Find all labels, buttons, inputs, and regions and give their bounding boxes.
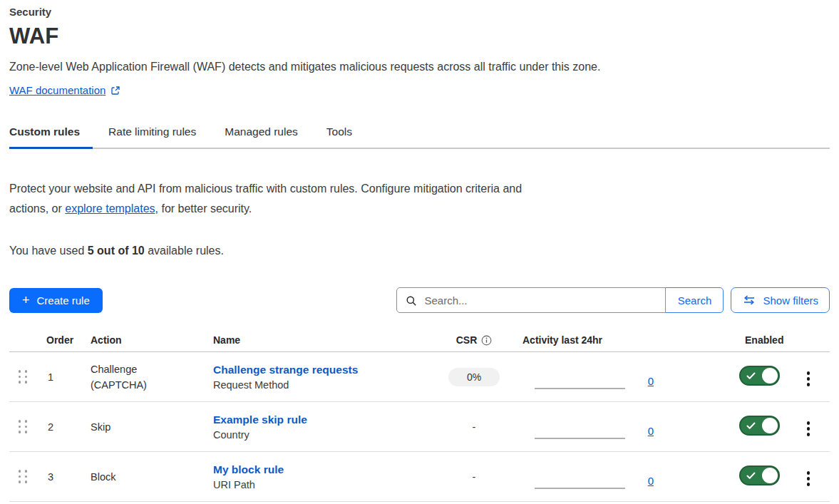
rule-enabled-cell	[659, 366, 787, 389]
usage-text: You have used 5 out of 10 available rule…	[9, 245, 830, 257]
table-row: 2 Skip Example skip rule Country - 0	[9, 402, 830, 452]
kebab-menu-icon[interactable]	[801, 418, 816, 439]
rule-action: Skip	[81, 419, 166, 435]
rule-name-link[interactable]: Challenge strange requests	[213, 364, 358, 376]
show-filters-label: Show filters	[763, 294, 818, 307]
kebab-menu-icon[interactable]	[801, 369, 816, 389]
rule-name-link[interactable]: Example skip rule	[213, 413, 307, 426]
rule-order: 2	[36, 421, 81, 433]
csr-value: 0%	[448, 368, 500, 386]
usage-text-after: available rules.	[145, 245, 224, 257]
activity-sparkline	[535, 388, 625, 389]
enabled-toggle[interactable]	[739, 366, 780, 386]
column-header-enabled: Enabled	[659, 334, 787, 346]
search-icon	[406, 295, 417, 307]
rule-action: Block	[81, 469, 166, 485]
waf-documentation-link[interactable]: WAF documentation	[9, 84, 120, 96]
column-header-action: Action	[81, 334, 203, 346]
create-rule-label: Create rule	[37, 294, 90, 307]
waf-documentation-label: WAF documentation	[9, 84, 105, 96]
rule-match-field: Country	[213, 429, 431, 441]
toggle-knob	[762, 418, 778, 433]
check-icon	[746, 422, 756, 430]
breadcrumb: Security	[9, 6, 830, 18]
search-button[interactable]: Search	[665, 287, 724, 313]
column-header-csr: CSR	[431, 334, 517, 346]
column-header-name: Name	[203, 334, 431, 346]
table-row: 1 Challenge (CAPTCHA) Challenge strange …	[9, 352, 830, 402]
rule-name-link[interactable]: My block rule	[213, 463, 284, 476]
intro-text-after: , for better security.	[155, 202, 252, 215]
check-icon	[746, 472, 756, 480]
table-header-row: Order Action Name CSR Activity last 24hr…	[9, 329, 830, 352]
rule-csr-cell: -	[431, 421, 517, 433]
rule-name-cell: My block rule URI Path	[203, 463, 431, 490]
rule-activity-cell: 0	[517, 402, 659, 451]
create-rule-button[interactable]: + Create rule	[9, 288, 103, 313]
csr-value: -	[473, 471, 476, 483]
csr-header-label: CSR	[456, 334, 478, 346]
intro-text: Protect your website and API from malici…	[9, 179, 537, 219]
activity-count-link[interactable]: 0	[648, 375, 654, 387]
rule-name-cell: Challenge strange requests Request Metho…	[203, 364, 431, 391]
tab-tools[interactable]: Tools	[326, 118, 352, 148]
activity-sparkline	[535, 488, 625, 489]
activity-sparkline	[535, 438, 625, 439]
rule-order: 3	[36, 471, 81, 483]
page-description: Zone-level Web Application Firewall (WAF…	[9, 61, 830, 73]
rule-match-field: Request Method	[213, 379, 431, 391]
rule-match-field: URI Path	[213, 479, 431, 490]
page-title: WAF	[9, 24, 830, 49]
usage-text-before: You have used	[9, 245, 88, 257]
toolbar: + Create rule Search Show filters	[9, 287, 830, 313]
column-header-activity: Activity last 24hr	[517, 334, 659, 346]
rule-activity-cell: 0	[517, 452, 659, 501]
activity-count-link[interactable]: 0	[648, 425, 654, 437]
show-filters-button[interactable]: Show filters	[731, 287, 830, 313]
rule-csr-cell: 0%	[431, 368, 517, 386]
csr-value: -	[473, 421, 476, 433]
search-group: Search	[396, 287, 724, 313]
column-header-order: Order	[36, 334, 81, 346]
rule-csr-cell: -	[431, 471, 517, 483]
toggle-knob	[762, 368, 778, 384]
toggle-knob	[762, 468, 778, 483]
search-input[interactable]	[397, 294, 665, 307]
drag-handle-icon[interactable]	[16, 368, 30, 386]
search-box	[396, 287, 666, 313]
drag-handle-icon[interactable]	[16, 418, 30, 436]
rule-order: 1	[36, 371, 81, 383]
rule-enabled-cell	[659, 416, 787, 438]
swap-arrows-icon	[742, 295, 756, 305]
tab-custom-rules[interactable]: Custom rules	[9, 118, 80, 148]
tab-rate-limiting-rules[interactable]: Rate limiting rules	[108, 118, 196, 148]
tab-bar: Custom rules Rate limiting rules Managed…	[9, 118, 830, 149]
drag-handle-icon[interactable]	[16, 468, 30, 485]
rule-name-cell: Example skip rule Country	[203, 413, 431, 441]
explore-templates-link[interactable]: explore templates	[65, 202, 155, 215]
table-body: 1 Challenge (CAPTCHA) Challenge strange …	[9, 352, 830, 502]
rule-action: Challenge (CAPTCHA)	[81, 361, 166, 393]
info-icon[interactable]	[481, 335, 492, 346]
rules-table: Order Action Name CSR Activity last 24hr…	[9, 329, 830, 502]
kebab-menu-icon[interactable]	[801, 468, 816, 489]
rule-menu-cell	[787, 415, 830, 439]
plus-icon: +	[22, 294, 30, 307]
external-link-icon	[110, 86, 120, 96]
tab-managed-rules[interactable]: Managed rules	[225, 118, 298, 148]
rule-menu-cell	[787, 365, 830, 389]
rule-menu-cell	[787, 465, 830, 489]
activity-count-link[interactable]: 0	[648, 475, 654, 487]
rule-activity-cell: 0	[517, 352, 659, 401]
waf-page: Security WAF Zone-level Web Application …	[0, 0, 839, 502]
check-icon	[746, 372, 756, 380]
usage-count: 5 out of 10	[88, 245, 145, 257]
enabled-toggle[interactable]	[739, 466, 780, 485]
enabled-toggle[interactable]	[739, 416, 780, 436]
table-row: 3 Block My block rule URI Path - 0	[9, 452, 830, 502]
rule-enabled-cell	[659, 466, 787, 488]
